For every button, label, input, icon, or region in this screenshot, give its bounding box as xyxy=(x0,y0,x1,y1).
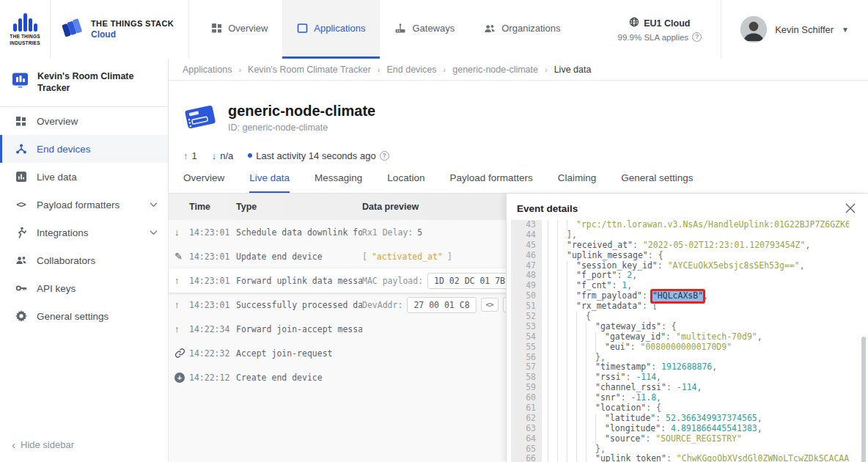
indent-guide xyxy=(586,414,595,424)
indent-guide xyxy=(567,261,576,271)
line-number: 65 xyxy=(511,444,542,455)
main-nav-item-organizations[interactable]: Organizations xyxy=(469,0,575,59)
line-number: 64 xyxy=(511,434,542,444)
close-icon[interactable] xyxy=(843,201,858,216)
indent-guide xyxy=(557,342,567,353)
code-token: , xyxy=(656,393,661,403)
event-json-code[interactable]: 43"rpc:/ttn.lorawan.v3.NsAs/HandleUplink… xyxy=(511,220,849,462)
sidebar-item-general-settings[interactable]: General settings xyxy=(0,302,168,330)
help-icon[interactable]: ? xyxy=(380,151,389,161)
indent-guide xyxy=(567,383,576,393)
help-icon[interactable]: ? xyxy=(692,32,702,42)
code-token: : xyxy=(661,424,671,434)
breadcrumb-item[interactable]: Applications xyxy=(183,65,232,75)
end-device-icon xyxy=(15,143,27,155)
sidebar-item-live-data[interactable]: Live data xyxy=(0,163,168,191)
breadcrumb-item[interactable]: Live data xyxy=(554,65,592,75)
breadcrumb-item[interactable]: generic-node-climate xyxy=(452,65,538,75)
key-icon xyxy=(15,283,27,293)
line-number: 47 xyxy=(511,261,542,271)
indent-guide xyxy=(576,393,586,403)
indent-guide xyxy=(567,220,576,230)
code-icon: <> xyxy=(15,199,27,210)
indent-guide xyxy=(548,312,557,322)
code-token: , xyxy=(800,261,805,271)
indent-guide xyxy=(567,342,576,353)
sidebar-item-overview[interactable]: Overview xyxy=(0,107,168,135)
column-data-preview: Data preview xyxy=(362,202,419,212)
gateway-icon xyxy=(394,23,406,34)
code-line: 45"received_at": "2022-05-02T12:23:01.12… xyxy=(511,241,849,251)
indent-guide xyxy=(576,434,586,444)
tab-live-data[interactable]: Live data xyxy=(249,172,290,193)
code-line: 66"uplink_token": "ChwKGgoObXVsdGl0ZWNoL… xyxy=(511,454,849,462)
scrollbar[interactable] xyxy=(861,337,866,462)
things-industries-logo[interactable]: THE THINGSINDUSTRIES xyxy=(0,0,50,59)
code-token: 4.891866445541383 xyxy=(671,424,757,434)
people-icon xyxy=(15,255,27,265)
sidebar-item-api-keys[interactable]: API keys xyxy=(0,274,168,302)
arrow-up-icon: ↑ xyxy=(174,275,189,286)
grid-icon xyxy=(15,116,27,127)
indent-guide xyxy=(548,444,557,455)
indent-guide xyxy=(548,271,557,281)
code-line: 48"f_port": 2, xyxy=(511,271,849,281)
tab-messaging[interactable]: Messaging xyxy=(315,172,362,193)
indent-guide xyxy=(557,414,567,424)
tab-general-settings[interactable]: General settings xyxy=(621,172,693,193)
indent-guide xyxy=(576,403,586,414)
indent-guide xyxy=(567,312,576,322)
indent-guide xyxy=(557,261,567,271)
indent-guide xyxy=(576,312,586,322)
indent-guide xyxy=(557,241,567,251)
code-token: { xyxy=(586,312,591,322)
indent-guide xyxy=(548,251,557,261)
indent-guide xyxy=(576,383,586,393)
event-type: Successfully processed dat… xyxy=(236,300,362,310)
user-menu[interactable]: Kevin Schiffer ▼ xyxy=(721,16,868,43)
indent-guide xyxy=(586,393,595,403)
cluster-info[interactable]: EU1 Cloud 99.9% SLA applies? xyxy=(599,17,721,42)
indent-guide xyxy=(548,301,557,312)
event-time: 14:23:01 xyxy=(189,276,236,286)
code-line: 61"location": { xyxy=(511,403,849,414)
event-type: Create end device xyxy=(236,373,362,383)
sidebar-app-header[interactable]: Kevin's Room Climate Tracker xyxy=(0,59,168,107)
line-number: 43 xyxy=(511,220,542,230)
sidebar-item-end-devices[interactable]: End devices xyxy=(0,135,168,163)
things-stack-logo[interactable]: THE THINGS STACK Cloud xyxy=(50,0,189,59)
code-token: , xyxy=(697,383,702,393)
tab-payload-formatters[interactable]: Payload formatters xyxy=(449,172,532,193)
main-nav-item-gateways[interactable]: Gateways xyxy=(380,0,469,59)
sidebar-item-payload-formatters[interactable]: <>Payload formatters xyxy=(0,191,168,219)
code-toggle-icon[interactable]: <> xyxy=(481,298,499,312)
column-type: Type xyxy=(236,202,362,212)
code-token: : xyxy=(666,383,677,393)
tab-overview[interactable]: Overview xyxy=(183,172,224,193)
cluster-name: EU1 Cloud xyxy=(644,18,690,29)
tab-claiming[interactable]: Claiming xyxy=(558,172,597,193)
code-token: : { xyxy=(661,322,677,332)
code-token: : xyxy=(651,362,661,373)
indent-guide xyxy=(557,383,567,393)
code-line: 59"channel_rssi": -114, xyxy=(511,383,849,393)
breadcrumb-item[interactable]: End devices xyxy=(386,65,436,75)
line-number: 66 xyxy=(511,454,542,462)
event-time: 14:22:34 xyxy=(189,324,236,334)
device-stats: ↑1 ↓n/a Last activity 14 seconds ago? xyxy=(169,145,868,166)
breadcrumb-item[interactable]: Kevin's Room Climate Tracker xyxy=(248,65,371,75)
code-token: "gateway_ids" xyxy=(595,322,661,332)
main-nav-item-applications[interactable]: Applications xyxy=(282,0,380,59)
breadcrumb-separator: › xyxy=(545,65,548,74)
code-token: : xyxy=(642,291,652,301)
sidebar-item-collaborators[interactable]: Collaborators xyxy=(0,246,168,274)
link-icon xyxy=(174,348,189,359)
indent-guide xyxy=(576,362,586,373)
indent-guide xyxy=(595,414,605,424)
hide-sidebar-button[interactable]: ‹ Hide sidebar xyxy=(12,439,74,450)
main-nav-item-overview[interactable]: Overview xyxy=(196,0,282,59)
sidebar-item-integrations[interactable]: Integrations xyxy=(0,219,168,246)
tab-location[interactable]: Location xyxy=(387,172,424,193)
code-token: : xyxy=(655,414,666,424)
code-token: -11.8 xyxy=(630,393,656,403)
